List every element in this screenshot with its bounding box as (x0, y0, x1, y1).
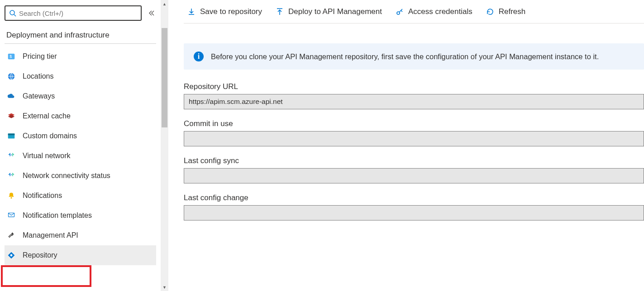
commit-field[interactable] (184, 131, 644, 146)
cache-icon (6, 111, 16, 121)
refresh-icon (486, 8, 494, 16)
sidebar-item-label: Pricing tier (23, 52, 57, 61)
info-icon: i (194, 52, 204, 61)
svg-point-0 (10, 10, 14, 15)
sidebar-item-notifications[interactable]: Notifications (5, 186, 156, 206)
cloud-icon (6, 91, 16, 101)
svg-line-1 (14, 14, 16, 16)
form-row-last-change: Last config change (184, 193, 644, 221)
scroll-down-arrow[interactable]: ▼ (161, 283, 168, 291)
search-box[interactable] (5, 5, 142, 21)
deploy-button[interactable]: Deploy to API Management (275, 5, 383, 18)
key-icon (396, 8, 404, 16)
sidebar-item-label: Notifications (23, 192, 62, 200)
info-banner-text: Before you clone your API Management rep… (211, 52, 599, 61)
svg-point-10 (11, 174, 12, 175)
commit-label: Commit in use (184, 119, 644, 128)
svg-rect-12 (8, 213, 14, 217)
sidebar-item-label: Repository (23, 251, 57, 259)
repo-url-label: Repository URL (184, 82, 644, 91)
repo-url-field[interactable]: https://apim.scm.azure-api.net (184, 94, 644, 109)
highlight-annotation (1, 265, 91, 287)
sidebar-item-notification-templates[interactable]: Notification templates (5, 206, 156, 225)
repository-icon (6, 250, 16, 260)
last-sync-label: Last config sync (184, 156, 644, 165)
svg-text:$: $ (10, 54, 12, 59)
svg-point-14 (10, 254, 13, 257)
sidebar-item-gateways[interactable]: Gateways (5, 86, 156, 106)
svg-point-9 (11, 155, 12, 155)
sidebar-nav-list: $ Pricing tier Locations Gateways (5, 47, 156, 265)
sidebar-item-repository[interactable]: Repository (5, 245, 156, 265)
save-to-repository-button[interactable]: Save to repository (186, 5, 263, 18)
toolbar-label: Refresh (499, 7, 526, 16)
sidebar-item-label: Management API (23, 231, 78, 239)
sidebar-section-header: Deployment and infrastructure (5, 21, 156, 44)
sidebar-scrollbar[interactable]: ▲ ▼ (161, 0, 168, 291)
sidebar-item-label: Custom domains (23, 132, 77, 140)
collapse-sidebar-button[interactable] (146, 8, 156, 18)
sidebar-item-external-cache[interactable]: External cache (5, 106, 156, 126)
toolbar-label: Access credentials (408, 7, 472, 16)
pricing-tier-icon: $ (6, 52, 16, 61)
search-input[interactable] (16, 8, 137, 19)
last-change-field[interactable] (184, 205, 644, 221)
info-banner: i Before you clone your API Management r… (184, 43, 644, 70)
main-content: Save to repository Deploy to API Managem… (168, 0, 644, 291)
last-sync-field[interactable] (184, 168, 644, 183)
sidebar-item-management-api[interactable]: Management API (5, 225, 156, 245)
toolbar: Save to repository Deploy to API Managem… (184, 0, 644, 23)
app-root: Deployment and infrastructure $ Pricing … (0, 0, 644, 291)
sidebar-item-label: Network connectivity status (23, 172, 110, 180)
sidebar-item-network-status[interactable]: Network connectivity status (5, 166, 156, 186)
sidebar-item-locations[interactable]: Locations (5, 66, 156, 86)
wrench-icon (6, 230, 16, 240)
last-change-label: Last config change (184, 193, 644, 202)
svg-rect-8 (8, 134, 15, 136)
form-row-last-sync: Last config sync (184, 156, 644, 183)
scroll-up-arrow[interactable]: ▲ (161, 0, 168, 8)
sidebar-item-label: Notification templates (23, 211, 92, 220)
globe-icon (6, 71, 16, 81)
svg-line-21 (401, 10, 402, 12)
domain-icon (6, 131, 16, 141)
sidebar-item-virtual-network[interactable]: Virtual network (5, 146, 156, 166)
refresh-button[interactable]: Refresh (485, 5, 527, 18)
sidebar-item-label: Virtual network (23, 152, 71, 160)
toolbar-label: Save to repository (200, 7, 262, 16)
search-icon (9, 9, 16, 17)
scroll-thumb[interactable] (162, 28, 167, 127)
form-row-commit: Commit in use (184, 119, 644, 146)
network-status-icon (6, 171, 16, 181)
search-wrap (5, 5, 156, 21)
download-icon (187, 8, 196, 16)
sidebar-item-label: Gateways (23, 92, 55, 100)
sidebar: Deployment and infrastructure $ Pricing … (0, 0, 161, 291)
sidebar-item-pricing-tier[interactable]: $ Pricing tier (5, 47, 156, 66)
mail-icon (6, 211, 16, 221)
access-credentials-button[interactable]: Access credentials (395, 5, 473, 18)
upload-icon (276, 8, 284, 16)
svg-point-11 (10, 197, 12, 198)
bell-icon (6, 191, 16, 201)
vnet-icon (6, 151, 16, 161)
toolbar-label: Deploy to API Management (288, 7, 382, 16)
sidebar-item-label: External cache (23, 112, 71, 120)
sidebar-item-label: Locations (23, 72, 54, 80)
sidebar-item-custom-domains[interactable]: Custom domains (5, 126, 156, 146)
form-row-repo-url: Repository URL https://apim.scm.azure-ap… (184, 82, 644, 109)
